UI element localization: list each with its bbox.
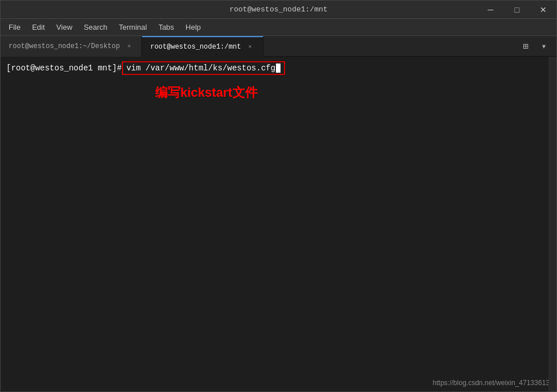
command-line: [root@westos_node1 mnt]# vim /var/www/ht… <box>6 61 551 75</box>
tab-desktop-label: root@westos_node1:~/Desktop <box>9 42 120 50</box>
tab-bar: root@westos_node1:~/Desktop × root@westo… <box>1 36 556 57</box>
menu-bar: File Edit View Search Terminal Tabs Help <box>1 19 556 36</box>
watermark: https://blog.csdn.net/weixin_47133613 <box>433 379 550 387</box>
window-controls: ─ □ ✕ <box>477 1 556 19</box>
tab-mnt[interactable]: root@westos_node1:/mnt × <box>142 36 263 57</box>
menu-view[interactable]: View <box>50 21 78 34</box>
minimize-button[interactable]: ─ <box>477 1 504 19</box>
tab-mnt-label: root@westos_node1:/mnt <box>150 43 240 51</box>
menu-tabs[interactable]: Tabs <box>153 21 180 34</box>
close-button[interactable]: ✕ <box>530 1 556 19</box>
title-bar: root@westos_node1:/mnt ─ □ ✕ <box>1 1 556 19</box>
terminal-window: root@westos_node1:/mnt ─ □ ✕ File Edit V… <box>0 0 557 392</box>
menu-edit[interactable]: Edit <box>26 21 50 34</box>
terminal-prompt: [root@westos_node1 mnt]# <box>6 64 122 73</box>
tab-mnt-close[interactable]: × <box>246 42 255 52</box>
menu-file[interactable]: File <box>3 21 26 34</box>
maximize-button[interactable]: □ <box>504 1 530 19</box>
menu-search[interactable]: Search <box>78 21 113 34</box>
scrollbar[interactable] <box>548 57 556 391</box>
terminal-content[interactable]: [root@westos_node1 mnt]# vim /var/www/ht… <box>1 57 556 391</box>
tab-desktop[interactable]: root@westos_node1:~/Desktop × <box>1 36 142 57</box>
menu-help[interactable]: Help <box>180 21 207 34</box>
tab-desktop-close[interactable]: × <box>124 42 133 51</box>
window-title: root@westos_node1:/mnt <box>230 5 328 14</box>
annotation-text: 编写kickstart文件 <box>155 84 551 101</box>
tab-screenshot-button[interactable]: ⊞ <box>518 38 534 54</box>
menu-terminal[interactable]: Terminal <box>113 21 153 34</box>
command-text: vim /var/www/html/ks/westos.cfg <box>127 64 275 73</box>
tab-bar-end: ⊞ ▾ <box>518 38 556 54</box>
tab-dropdown-button[interactable]: ▾ <box>536 38 552 54</box>
terminal-cursor <box>276 64 281 73</box>
command-box: vim /var/www/html/ks/westos.cfg <box>122 61 285 75</box>
